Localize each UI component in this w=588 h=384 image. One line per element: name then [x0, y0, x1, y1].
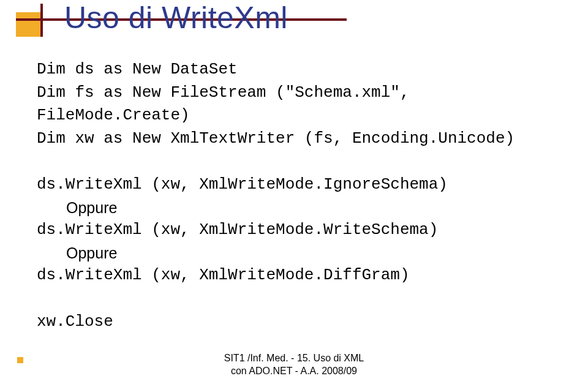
code-line: xw.Close [37, 311, 570, 334]
slide-title: Uso di WriteXml [64, 0, 288, 36]
code-line: Dim fs as New FileStream ("Schema.xml", … [37, 81, 570, 127]
code-line: Dim xw as New XmlTextWriter (fs, Encodin… [37, 127, 570, 151]
footer-line-2: con ADO.NET - A.A. 2008/09 [0, 365, 588, 378]
code-block: Dim ds as New DataSet Dim fs as New File… [37, 58, 570, 333]
code-line: ds.WriteXml (xw, XmlWriteMode.DiffGram) [37, 264, 570, 287]
or-label: Oppure [37, 242, 570, 264]
code-line: ds.WriteXml (xw, XmlWriteMode.WriteSchem… [37, 219, 570, 242]
slide-footer: SIT1 /Inf. Med. - 15. Uso di XML con ADO… [0, 352, 588, 378]
footer-line-1: SIT1 /Inf. Med. - 15. Uso di XML [0, 352, 588, 365]
blank-line [37, 151, 570, 174]
title-decoration [16, 4, 49, 37]
code-line: Dim ds as New DataSet [37, 58, 570, 81]
or-label: Oppure [37, 197, 570, 219]
blank-line [37, 287, 570, 311]
code-line: ds.WriteXml (xw, XmlWriteMode.IgnoreSche… [37, 173, 570, 197]
